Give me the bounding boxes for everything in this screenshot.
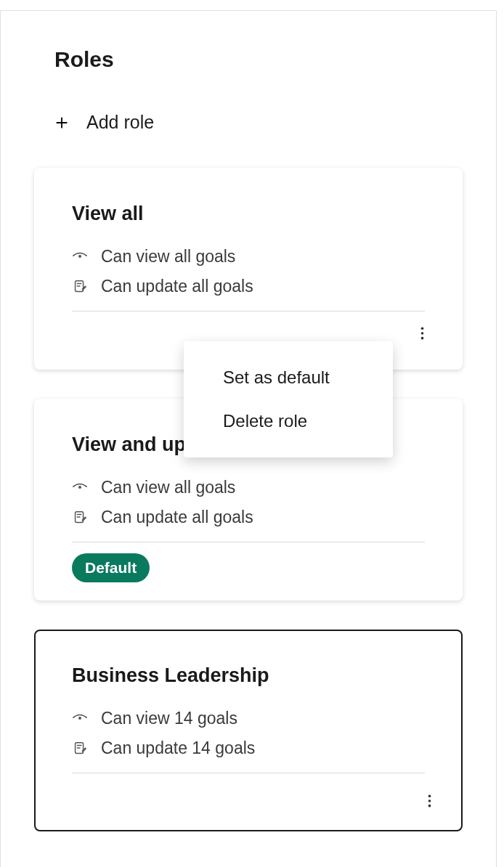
permission-row: Can view 14 goals [72,709,425,728]
page-title: Roles [54,47,463,72]
menu-item-set-default[interactable]: Set as default [184,356,393,399]
role-title: View all [72,203,425,225]
eye-icon [72,249,88,265]
menu-item-delete-role[interactable]: Delete role [184,399,393,443]
more-vertical-icon [420,325,424,341]
permission-row: Can update all goals [72,277,425,296]
role-card[interactable]: Business Leadership Can view 14 goals Ca… [34,630,463,831]
roles-panel: Roles Add role View all Can view all goa… [0,10,497,867]
permission-text: Can view 14 goals [101,709,237,728]
add-role-button[interactable]: Add role [54,112,463,133]
context-menu: Set as default Delete role [184,341,393,457]
more-options-button[interactable] [409,320,435,346]
add-role-label: Add role [86,112,154,133]
more-vertical-icon [428,793,431,809]
permission-text: Can view all goals [101,478,235,497]
permission-row: Can view all goals [72,247,425,266]
permission-row: Can update all goals [72,508,425,527]
role-card[interactable]: View all Can view all goals Can update a… [34,168,463,370]
default-badge: Default [72,553,150,582]
permission-text: Can update all goals [101,277,253,296]
permission-row: Can update 14 goals [72,738,425,758]
eye-icon [72,480,88,496]
eye-icon [72,711,88,727]
edit-icon [72,510,88,526]
card-footer: Default [72,542,425,585]
permission-row: Can view all goals [72,478,425,497]
permission-text: Can update all goals [101,508,253,527]
edit-icon [72,279,88,295]
edit-icon [72,741,88,757]
role-title: Business Leadership [72,664,425,687]
more-options-button[interactable] [416,788,442,814]
card-footer [72,773,425,815]
plus-icon [54,115,69,130]
permission-text: Can update 14 goals [101,738,255,758]
permission-text: Can view all goals [101,247,235,266]
